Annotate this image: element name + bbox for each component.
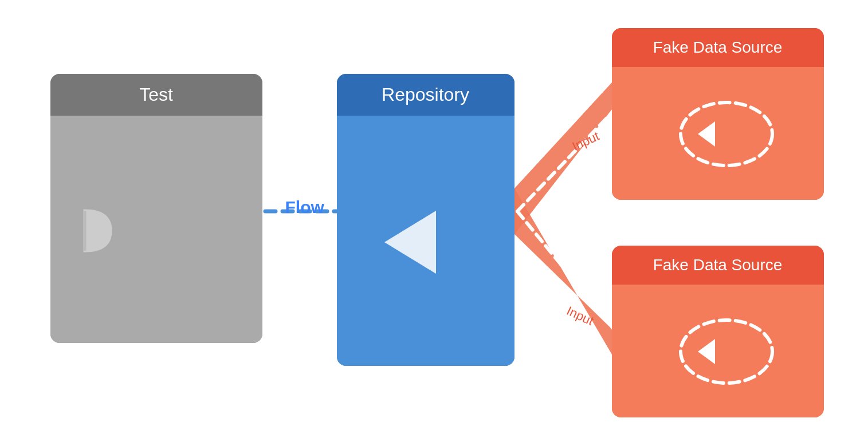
repo-block-body [337,116,514,366]
fake-source-top: Fake Data Source [612,28,824,200]
svg-line-3 [517,104,620,211]
test-block-body [50,116,262,343]
fake-source-bottom-title: Fake Data Source [653,256,783,274]
d-connector [79,208,113,254]
flow-label: Flow [285,198,324,217]
diagram-container: Test Flow Repository Fake Data Source [33,17,835,406]
repo-block: Repository [337,74,514,366]
fake-source-top-title: Fake Data Source [653,38,783,56]
test-block: Test [50,74,262,343]
triangle-left-icon [384,211,436,274]
svg-point-8 [681,320,772,383]
test-block-header: Test [50,74,262,116]
repo-block-header: Repository [337,74,514,116]
svg-marker-7 [698,121,715,147]
test-title: Test [139,84,173,105]
svg-marker-1 [514,82,626,234]
fake-source-top-header: Fake Data Source [612,28,824,67]
fake-source-bottom-body [612,285,824,417]
dashed-circle-arrow-bottom-icon [655,311,781,392]
svg-point-6 [681,102,772,165]
input-label-bottom: Input [564,303,595,328]
fake-source-bottom: Fake Data Source [612,246,824,417]
dashed-circle-arrow-top-icon [655,94,781,174]
fake-source-top-body [612,67,824,200]
d-shape-icon [79,208,113,254]
repo-title: Repository [382,84,469,105]
fake-source-bottom-header: Fake Data Source [612,246,824,285]
svg-marker-9 [698,339,715,364]
input-label-top: Input [569,128,601,153]
